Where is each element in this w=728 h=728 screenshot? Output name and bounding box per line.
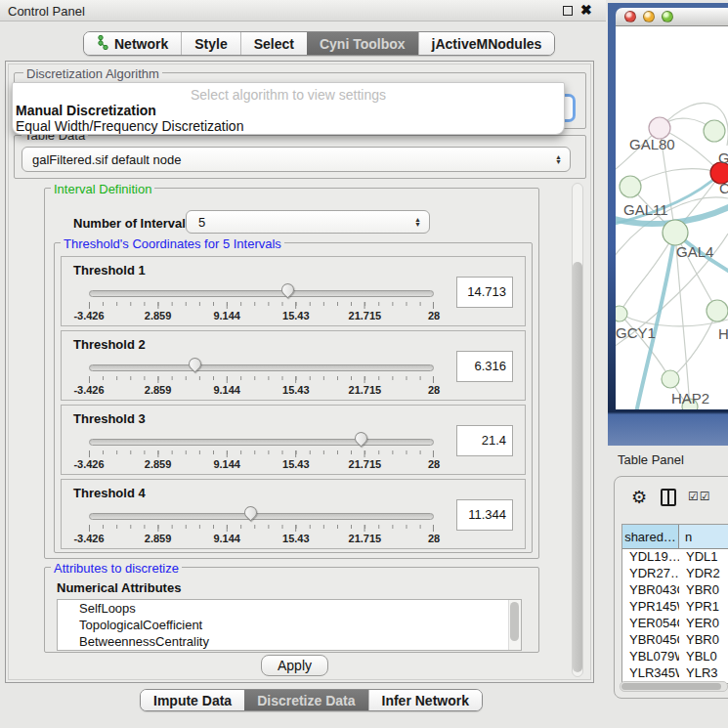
numerical-attributes-heading: Numerical Attributes (57, 580, 181, 595)
tab-impute-data-label: Impute Data (153, 693, 232, 708)
tick-label: -3.426 (73, 533, 104, 544)
slider-track[interactable] (89, 439, 434, 446)
float-window-icon[interactable] (563, 6, 573, 16)
network-edges-and-nodes (616, 26, 728, 409)
table-row[interactable]: YBR045CYBR0 (622, 632, 728, 649)
threshold-1-value-field[interactable]: 14.713 (456, 277, 513, 308)
gear-icon[interactable]: ⚙ (631, 487, 647, 508)
tick-label: 9.144 (213, 533, 240, 544)
algorithm-popup-hint: Select algorithm to view settings (13, 87, 564, 103)
discretization-algorithm-legend: Discretization Algorithm (23, 66, 162, 81)
window-zoom-icon[interactable] (662, 11, 673, 22)
tab-infer-network[interactable]: Infer Network (368, 690, 482, 710)
table-header-row: shared… n (622, 525, 728, 549)
numerical-attributes-list[interactable]: SelfLoops TopologicalCoefficient Between… (57, 599, 522, 651)
interval-definition-legend: Interval Definition (51, 182, 154, 196)
threshold-2-value-field[interactable]: 6.316 (456, 351, 513, 382)
table-row[interactable]: YLR345WYLR3 (622, 665, 728, 682)
tab-jactivemnodules[interactable]: jActiveMNodules (418, 32, 555, 55)
cell: YDL1 (679, 549, 728, 566)
slider-tick-labels: -3.426 2.859 9.144 15.43 21.715 28 (89, 533, 434, 544)
popup-item-equal-width-frequency[interactable]: Equal Width/Frequency Discretization (16, 118, 243, 134)
network-canvas[interactable]: GAL80 GAL11 GAL4 GCY1 HAP2 H C GA (616, 26, 728, 409)
tab-style-label: Style (194, 36, 227, 52)
table-data-combobox[interactable]: galFiltered.sif default node ▲▼ (21, 147, 571, 172)
cell: YLR3 (679, 665, 728, 682)
node-label-gcy1: GCY1 (616, 324, 656, 341)
tab-network[interactable]: Network (84, 32, 181, 55)
tab-select[interactable]: Select (240, 32, 307, 55)
combobox-arrows-icon: ▲▼ (555, 154, 562, 164)
table-row[interactable]: YBL079WYBL0 (622, 649, 728, 665)
threshold-1-slider[interactable]: -3.426 2.859 9.144 15.43 21.715 28 (89, 282, 434, 321)
window-close-icon[interactable] (624, 11, 636, 22)
control-panel-tabbar: Network Style Select Cyni Toolbox jActiv… (83, 31, 555, 56)
table-row[interactable]: YDL19…YDL1 (622, 549, 728, 566)
table-row[interactable]: YDR27…YDR2 (622, 566, 728, 582)
attributes-list-scrollbar-thumb[interactable] (510, 602, 519, 641)
table-data-combobox-value: galFiltered.sif default node (32, 152, 181, 167)
cell: YBL079W (622, 649, 679, 665)
table-horizontal-scrollbar-thumb[interactable] (621, 683, 721, 690)
tick-label: 21.715 (349, 384, 382, 396)
slider-tick-labels: -3.426 2.859 9.144 15.43 21.715 28 (89, 458, 434, 470)
control-panel-titlebar (0, 0, 606, 21)
slider-minor-ticks (89, 525, 434, 529)
cell: YPR1 (679, 599, 728, 616)
tick-label: 21.715 (349, 458, 382, 470)
tab-network-label: Network (114, 36, 168, 52)
columns-icon[interactable] (661, 489, 676, 506)
column-header-name[interactable]: n (679, 525, 728, 548)
window-minimize-icon[interactable] (643, 11, 655, 22)
cell: YPR145W (622, 599, 679, 616)
tick-label: 2.859 (145, 384, 172, 396)
threshold-4-slider[interactable]: -3.426 2.859 9.144 15.43 21.715 28 (89, 505, 434, 544)
threshold-3-value-field[interactable]: 21.4 (456, 425, 513, 456)
node-attribute-table[interactable]: shared… n YDL19…YDL1 YDR27…YDR2 YBR043CY… (621, 524, 728, 684)
slider-minor-ticks (89, 302, 434, 306)
tick-label: 28 (428, 458, 440, 470)
number-of-intervals-spinner[interactable]: 5 ▲▼ (186, 210, 430, 234)
table-row[interactable]: YER054CYER0 (622, 616, 728, 632)
tick-label: 9.144 (213, 310, 240, 321)
threshold-2-slider[interactable]: -3.426 2.859 9.144 15.43 21.715 28 (89, 357, 434, 396)
table-row[interactable]: YBR043CYBR0 (622, 582, 728, 599)
threshold-1-panel: Threshold 1 -3.426 2.859 9.144 15.43 21.… (61, 256, 526, 326)
node-label-h-partial: H (718, 325, 728, 342)
cell: YER054C (622, 616, 679, 632)
list-item-selfloops[interactable]: SelfLoops (58, 600, 521, 617)
tick-label: 28 (428, 533, 440, 544)
column-header-shared[interactable]: shared… (622, 525, 679, 548)
network-view-titlebar[interactable] (616, 8, 728, 26)
tick-label: 21.715 (349, 310, 382, 321)
close-icon[interactable]: ✖ (580, 2, 592, 18)
checkboxes-icon[interactable]: ☑☑ (688, 490, 711, 503)
list-item-betweennesscentrality[interactable]: BetweennessCentrality (58, 633, 521, 650)
list-item-topologicalcoefficient[interactable]: TopologicalCoefficient (58, 617, 521, 633)
tick-label: 15.43 (282, 533, 310, 544)
table-panel-title: Table Panel (618, 452, 684, 467)
tab-discretize-data[interactable]: Discretize Data (244, 690, 367, 710)
tick-label: -3.426 (73, 384, 104, 396)
vertical-scrollbar-thumb[interactable] (573, 262, 582, 672)
cell: YDR27… (622, 566, 679, 582)
tick-label: 9.144 (213, 458, 240, 470)
tick-label: 2.859 (145, 533, 172, 544)
threshold-4-title: Threshold 4 (73, 486, 146, 500)
threshold-3-slider[interactable]: -3.426 2.859 9.144 15.43 21.715 28 (89, 431, 434, 470)
apply-button[interactable]: Apply (261, 655, 328, 676)
slider-minor-ticks (89, 376, 434, 380)
tab-cyni-toolbox[interactable]: Cyni Toolbox (307, 32, 418, 55)
table-row[interactable]: YPR145WYPR1 (622, 599, 728, 616)
popup-item-manual-discretization[interactable]: Manual Discretization (16, 103, 156, 118)
slider-track[interactable] (89, 364, 434, 371)
node-label-gal11: GAL11 (623, 201, 668, 218)
threshold-2-panel: Threshold 2 -3.426 2.859 9.144 15.43 21.… (61, 330, 526, 401)
tab-impute-data[interactable]: Impute Data (141, 690, 244, 710)
slider-track[interactable] (89, 290, 434, 297)
threshold-4-value-field[interactable]: 11.344 (456, 499, 513, 531)
tab-infer-network-label: Infer Network (382, 693, 469, 708)
cell: YBR043C (622, 582, 679, 599)
tab-style[interactable]: Style (181, 32, 239, 55)
slider-track[interactable] (89, 513, 434, 520)
